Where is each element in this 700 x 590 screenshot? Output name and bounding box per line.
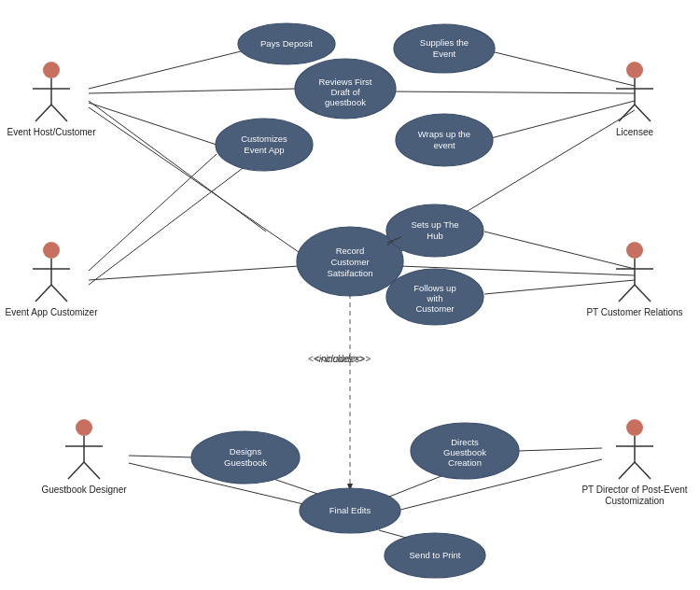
label-directs-1: Directs: [451, 437, 479, 447]
use-case-pays-deposit: Pays Deposit: [238, 23, 335, 64]
line-host-pays: [89, 51, 241, 89]
actor-head-licensee: [626, 62, 643, 78]
line-directs-final: [385, 474, 446, 499]
actor-head-event-host: [43, 62, 60, 78]
label-supplies-2: Event: [433, 49, 456, 59]
actor-leg2-pt-customer: [635, 285, 651, 302]
includes-text: <<includes>>: [308, 354, 364, 364]
label-wraps-2: event: [433, 140, 455, 150]
actor-leg1-event-host: [35, 105, 51, 121]
actor-pt-director: PT Director of Post-Event Customization: [581, 419, 687, 506]
actor-leg2-event-host: [51, 105, 67, 121]
label-final-edits: Final Edits: [329, 505, 371, 515]
line-host-reviews: [89, 89, 297, 93]
actor-head-pt-customer: [626, 242, 643, 259]
line-app-record: [89, 266, 299, 280]
actor-label-licensee: Licensee: [616, 127, 653, 137]
label-customizes-2: Event App: [244, 145, 284, 155]
actor-label-pt-customer: PT Customer Relations: [586, 307, 682, 317]
use-case-customizes-event-app: Customizes Event App: [216, 119, 313, 171]
line-pt-sets-up: [484, 232, 635, 269]
actor-app-customizer: Event App Customizer: [6, 242, 99, 317]
label-designs-1: Designs: [230, 446, 262, 457]
actor-head-pt-director: [626, 419, 643, 436]
use-case-send-to-print: Send to Print: [385, 533, 485, 578]
label-sets-1: Sets up The: [411, 219, 458, 230]
line-host-customizes: [89, 103, 217, 145]
actor-leg2-licensee: [635, 105, 651, 121]
line-licensee-wraps: [491, 101, 635, 138]
label-follows-1: Follows up: [413, 283, 455, 293]
use-case-reviews-first-draft: Reviews First Draft of guestbook: [295, 59, 396, 119]
label-reviews-1: Reviews First: [318, 77, 371, 87]
label-sets-2: Hub: [427, 231, 442, 241]
use-case-record-satisfaction: Record Customer Satsifaction: [297, 227, 403, 296]
label-directs-2: Guestbook: [443, 447, 486, 457]
actor-leg2-guestbook-designer: [84, 462, 100, 479]
label-directs-3: Creation: [448, 457, 482, 468]
label-supplies-1: Supplies the: [420, 37, 469, 48]
actor-leg1-pt-director: [619, 462, 635, 479]
use-case-follows-up: Follows up with Customer: [386, 269, 483, 325]
use-case-wraps-up: Wraps up the event: [396, 114, 493, 166]
line-app-customizes: [89, 154, 217, 271]
label-follows-2: with: [427, 293, 443, 303]
line-pt-follows: [484, 280, 635, 294]
use-case-final-edits: Final Edits: [300, 488, 400, 533]
actor-pt-customer: PT Customer Relations: [586, 242, 682, 317]
use-case-supplies-event: Supplies the Event: [394, 24, 495, 73]
line-cross2: [89, 154, 261, 285]
actor-label-pt-director: PT Director of Post-Event: [581, 485, 687, 495]
label-record-1: Record: [336, 246, 365, 256]
label-record-2: Customer: [330, 257, 369, 267]
label-designs-2: Guestbook: [224, 457, 267, 468]
actor-event-host: Event Host/Customer: [7, 62, 96, 137]
label-pays-deposit: Pays Deposit: [260, 38, 313, 49]
label-send-to-print: Send to Print: [410, 550, 461, 560]
actor-label-guestbook-designer: Guestbook Designer: [41, 485, 127, 495]
actor-label-app-customizer: Event App Customizer: [6, 307, 99, 317]
label-reviews-3: guestbook: [325, 97, 366, 107]
label-wraps-1: Wraps up the: [418, 129, 470, 139]
actor-leg1-licensee: [619, 105, 635, 121]
actor-head-guestbook-designer: [76, 419, 92, 436]
actor-head-app-customizer: [43, 242, 60, 259]
label-reviews-2: Draft of: [330, 87, 360, 97]
actor-leg2-app-customizer: [51, 285, 67, 302]
use-case-designs-guestbook: Designs Guestbook: [191, 431, 300, 484]
label-customizes-1: Customizes: [241, 133, 287, 144]
actor-leg1-pt-customer: [619, 285, 635, 302]
actor-leg2-pt-director: [635, 462, 651, 479]
use-case-sets-up-hub: Sets up The Hub: [386, 204, 483, 257]
actor-label-pt-director-2: Customization: [605, 496, 664, 506]
label-follows-3: Customer: [415, 303, 454, 314]
actor-leg1-guestbook-designer: [68, 462, 84, 479]
line-licensee-supplies: [491, 51, 635, 86]
label-record-3: Satsifaction: [327, 268, 372, 278]
line-licensee-reviews: [392, 91, 635, 93]
actor-label-event-host: Event Host/Customer: [7, 127, 96, 137]
actor-licensee: Licensee: [616, 62, 653, 137]
use-case-directs-guestbook: Directs Guestbook Creation: [411, 423, 519, 479]
line-director-directs: [518, 448, 602, 451]
actor-leg1-app-customizer: [35, 285, 51, 302]
actor-guestbook-designer: Guestbook Designer: [41, 419, 127, 495]
line-designer-designs: [129, 456, 194, 457]
use-case-diagram: Event Host/Customer Licensee Event App C…: [0, 0, 700, 590]
